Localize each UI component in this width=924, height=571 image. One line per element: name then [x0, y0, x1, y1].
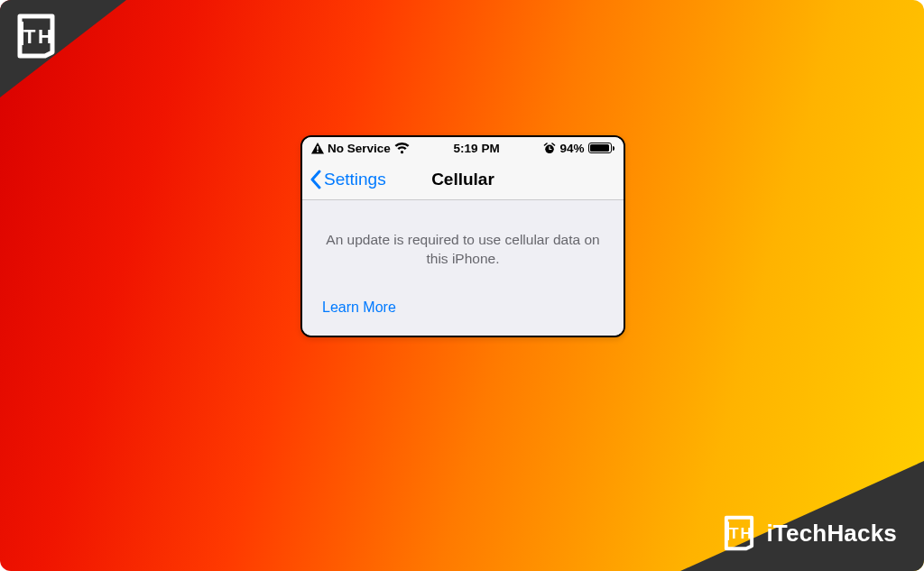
update-required-message: An update is required to use cellular da… [322, 231, 604, 269]
svg-text:H: H [38, 25, 52, 48]
chevron-left-icon [310, 170, 322, 189]
svg-text:T: T [729, 524, 739, 542]
brand-logo-bottom-right: T H iTechHacks [719, 513, 897, 553]
brand-logo-top-left: T H [11, 11, 61, 65]
battery-icon [588, 143, 615, 153]
svg-rect-7 [317, 151, 319, 152]
status-time: 5:19 PM [410, 142, 544, 155]
battery-percent-text: 94% [559, 142, 584, 155]
content-area: An update is required to use cellular da… [302, 200, 624, 336]
svg-rect-5 [726, 521, 729, 539]
status-bar: No Service 5:19 PM 94% [302, 137, 624, 159]
wifi-icon [394, 143, 410, 154]
svg-rect-6 [317, 146, 319, 150]
svg-text:T: T [23, 25, 36, 48]
nav-bar: Settings Cellular [302, 159, 624, 200]
service-status-text: No Service [328, 142, 391, 155]
svg-rect-2 [20, 22, 23, 45]
alarm-clock-icon [543, 143, 556, 154]
ios-settings-card: No Service 5:19 PM 94% [300, 135, 625, 337]
image-canvas: T H T H iTechHacks No Se [0, 0, 924, 571]
svg-text:H: H [741, 524, 752, 542]
brand-name-text: iTechHacks [766, 520, 897, 548]
warning-icon [311, 143, 324, 154]
back-label: Settings [324, 170, 386, 189]
learn-more-link[interactable]: Learn More [322, 299, 604, 316]
back-button[interactable]: Settings [310, 170, 386, 189]
